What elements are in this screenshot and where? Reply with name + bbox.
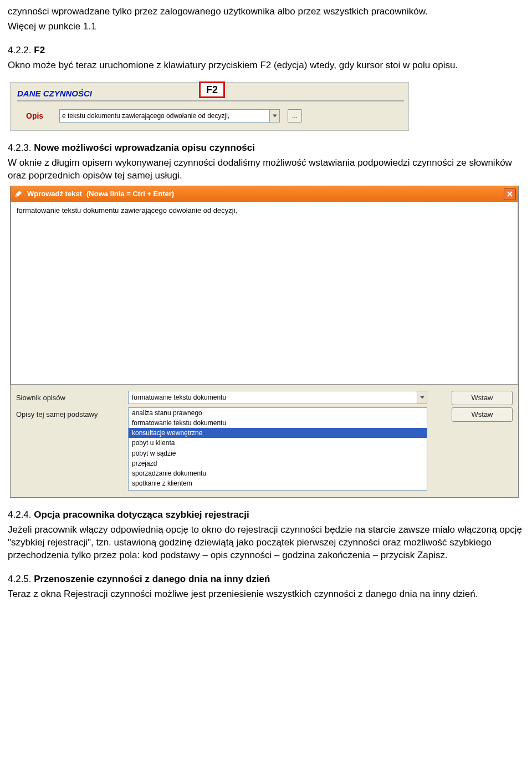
heading-4-2-3: 4.2.3. Nowe możliwości wprowadzania opis…	[8, 142, 524, 155]
heading-num: 4.2.2.	[8, 45, 32, 55]
f2-highlight-badge: F2	[199, 81, 225, 98]
heading-4-2-5: 4.2.5. Przenoszenie czynności z danego d…	[8, 573, 524, 586]
list-item[interactable]: sporządzanie dokumentu	[129, 468, 427, 478]
list-item[interactable]: przejazd	[129, 458, 427, 468]
intro-p2: Więcej w punkcie 1.1	[8, 21, 524, 33]
opisy-label: Opisy tej samej podstawy	[16, 407, 121, 420]
opis-label: Opis	[26, 111, 55, 121]
main-textarea[interactable]	[11, 202, 518, 385]
slownik-input[interactable]	[128, 391, 417, 404]
window-titlebar: Wprowadź tekst (Nowa linia = Ctrl + Ente…	[11, 186, 518, 202]
chevron-down-icon	[273, 114, 277, 118]
heading-title: Nowe możliwości wprowadzania opisu czynn…	[34, 142, 255, 153]
list-item[interactable]: konsultacje wewnętrzne	[129, 428, 427, 438]
body-4-2-3: W oknie z długim opisem wykonywanej czyn…	[8, 157, 524, 182]
heading-title: Opcja pracownika dotycząca szybkiej reje…	[34, 509, 249, 520]
wstaw-button-1[interactable]: Wstaw	[452, 391, 513, 405]
pencil-icon	[14, 190, 23, 198]
bottom-panel: Słownik opisów Wstaw Opisy tej samej pod…	[11, 385, 518, 497]
opisy-listbox[interactable]: analiza stanu prawnegoformatowanie tekst…	[128, 407, 427, 491]
intro-p1: czynności wprowadzane tylko przez zalogo…	[8, 6, 524, 18]
body-4-2-4: Jeżeli pracownik włączy odpowiednią opcj…	[8, 524, 524, 562]
slownik-dropdown-button[interactable]	[417, 391, 427, 404]
list-item[interactable]: spotkanie z klientem	[129, 478, 427, 488]
body-4-2-5: Teraz z okna Rejestracji czynności możli…	[8, 588, 524, 601]
heading-num: 4.2.5.	[8, 574, 32, 584]
opis-combo[interactable]	[59, 109, 280, 122]
opis-dropdown-button[interactable]	[270, 109, 280, 122]
list-item[interactable]: formatowanie tekstu dokumentu	[129, 418, 427, 428]
heading-4-2-4: 4.2.4. Opcja pracownika dotycząca szybki…	[8, 509, 524, 522]
slownik-combo[interactable]	[128, 391, 427, 404]
opis-ellipsis-button[interactable]: ...	[288, 109, 302, 122]
screenshot-wprowadz-tekst: Wprowadź tekst (Nowa linia = Ctrl + Ente…	[10, 186, 519, 498]
screenshot-dane-czynnosci: F2 DANE CZYNNOŚCI Opis ...	[10, 82, 409, 131]
close-icon	[507, 191, 513, 197]
body-4-2-2: Okno może być teraz uruchomione z klawia…	[8, 59, 524, 72]
heading-title: F2	[34, 45, 45, 55]
window-subtitle: (Nowa linia = Ctrl + Enter)	[86, 189, 174, 199]
heading-title: Przenoszenie czynności z danego dnia na …	[34, 574, 270, 584]
window-title: Wprowadź tekst	[27, 189, 82, 199]
heading-4-2-2: 4.2.2. F2	[8, 44, 524, 57]
list-item[interactable]: pobyt u klienta	[129, 438, 427, 448]
opis-input[interactable]	[59, 109, 270, 122]
heading-num: 4.2.3.	[8, 142, 32, 153]
list-item[interactable]: pobyt w sądzie	[129, 448, 427, 458]
list-item[interactable]: analiza stanu prawnego	[129, 408, 427, 418]
wstaw-button-2[interactable]: Wstaw	[452, 407, 513, 422]
chevron-down-icon	[420, 396, 424, 399]
slownik-label: Słownik opisów	[16, 391, 121, 403]
heading-num: 4.2.4.	[8, 509, 32, 520]
window-close-button[interactable]	[504, 188, 516, 200]
